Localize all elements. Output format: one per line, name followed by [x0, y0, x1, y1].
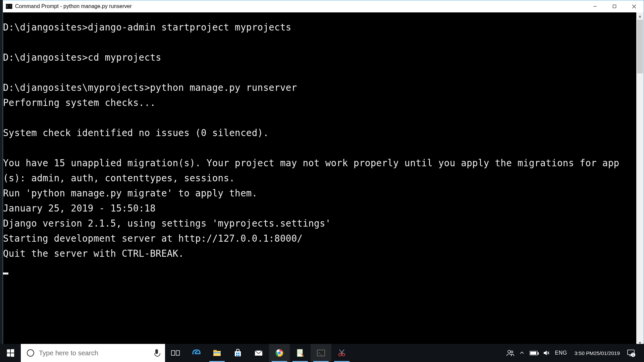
clock-date: 25/01/2019: [594, 350, 620, 356]
taskbar-search[interactable]: [21, 344, 165, 362]
svg-rect-1: [613, 5, 616, 8]
svg-rect-11: [238, 353, 239, 354]
clock-time: 3:50 PM: [575, 350, 594, 356]
vertical-scrollbar[interactable]: ▲ ▼: [636, 12, 644, 347]
taskbar-store[interactable]: [227, 344, 248, 362]
cmd-icon: C:\: [6, 4, 12, 9]
svg-text:>_: >_: [318, 351, 322, 355]
command-prompt-window: C:\ Command Prompt - python manage.py ru…: [3, 0, 644, 347]
svg-rect-12: [236, 355, 237, 356]
taskbar-spacer: [352, 344, 503, 362]
battery-icon[interactable]: [530, 344, 538, 362]
terminal-cursor: [3, 273, 8, 275]
svg-rect-9: [235, 351, 241, 356]
taskbar-chrome[interactable]: [269, 344, 290, 362]
maximize-button[interactable]: [605, 0, 624, 12]
taskbar-mail[interactable]: [248, 344, 269, 362]
action-center-button[interactable]: 1: [627, 350, 635, 356]
volume-icon[interactable]: [543, 344, 550, 362]
taskbar: >_ ENG 3:50 PM 25/01/2019 1: [0, 344, 644, 362]
taskbar-edge[interactable]: [186, 344, 207, 362]
svg-rect-13: [238, 355, 239, 356]
svg-rect-7: [213, 350, 217, 352]
svg-point-30: [511, 351, 513, 353]
start-button[interactable]: [0, 344, 21, 362]
window-titlebar[interactable]: C:\ Command Prompt - python manage.py ru…: [3, 0, 644, 12]
svg-rect-5: [176, 351, 179, 355]
taskbar-cmd[interactable]: >_: [311, 344, 331, 362]
minimize-button[interactable]: [585, 0, 605, 12]
taskbar-clock[interactable]: 3:50 PM 25/01/2019: [573, 344, 622, 362]
system-tray: ENG 3:50 PM 25/01/2019 1: [503, 344, 644, 362]
taskbar-snipping-tool[interactable]: [331, 344, 352, 362]
svg-rect-18: [297, 349, 303, 357]
svg-point-29: [508, 350, 511, 353]
search-input[interactable]: [39, 349, 150, 357]
window-title: Command Prompt - python manage.py runser…: [15, 3, 585, 9]
scroll-up-arrow[interactable]: ▲: [636, 12, 644, 20]
microphone-icon[interactable]: [154, 349, 159, 357]
close-button[interactable]: [624, 0, 644, 12]
svg-rect-4: [171, 351, 175, 355]
taskbar-file-explorer[interactable]: [207, 344, 227, 362]
people-button[interactable]: [506, 344, 514, 362]
tray-overflow-button[interactable]: [520, 344, 524, 362]
windows-logo-icon: [7, 349, 14, 357]
taskbar-notepad-plus[interactable]: [290, 344, 311, 362]
task-view-button[interactable]: [165, 344, 186, 362]
language-indicator[interactable]: ENG: [555, 344, 567, 362]
svg-rect-8: [213, 352, 221, 353]
notification-badge: 1: [631, 353, 635, 357]
svg-rect-6: [213, 351, 221, 356]
terminal-output[interactable]: D:\djangosites>django-admin startproject…: [3, 12, 636, 347]
cortana-circle-icon: [27, 349, 34, 357]
scroll-thumb[interactable]: [637, 20, 643, 73]
svg-rect-10: [236, 353, 237, 354]
